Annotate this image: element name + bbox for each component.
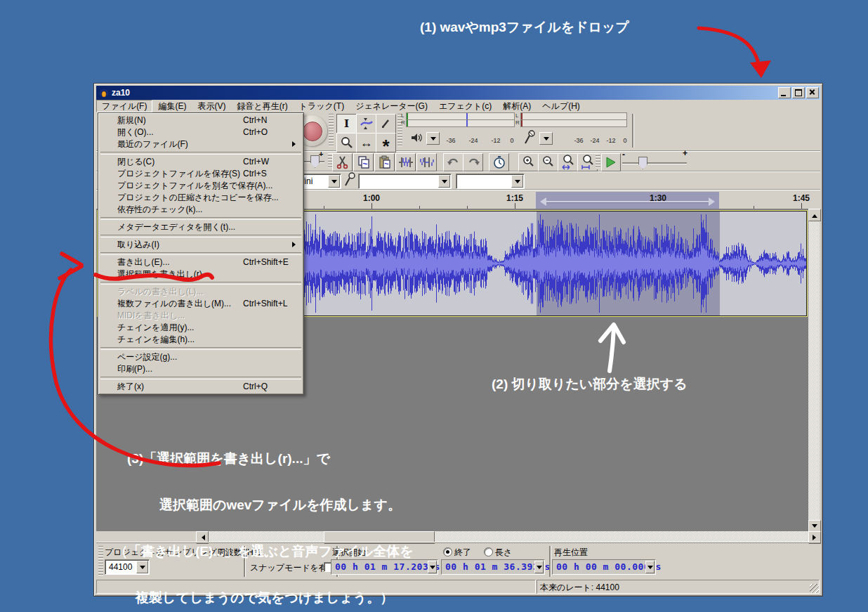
recording-meter-dropdown[interactable] <box>539 132 553 145</box>
timer-button[interactable] <box>489 153 509 171</box>
menu-item[interactable]: 取り込み(I) <box>99 239 303 251</box>
tools-toolbar-grip[interactable] <box>329 114 334 148</box>
menu-separator <box>100 152 301 155</box>
chevron-down-icon[interactable] <box>645 561 655 573</box>
minimize-icon <box>781 95 786 96</box>
menubar-item[interactable]: 表示(V) <box>192 100 231 112</box>
chevron-down-icon[interactable] <box>534 561 544 573</box>
menubar-item[interactable]: ヘルプ(H) <box>537 100 586 112</box>
menu-item[interactable]: 依存性のチェック(k)... <box>99 204 303 216</box>
speed-slider[interactable] <box>622 162 687 164</box>
ruler-selection-region[interactable] <box>536 192 719 209</box>
triangle-down-icon <box>812 524 817 530</box>
menu-item[interactable]: 終了(x)Ctrl+Q <box>99 381 303 393</box>
copy-button[interactable] <box>353 153 374 171</box>
menubar-item[interactable]: エフェクト(c) <box>433 100 497 112</box>
fit-selection-button[interactable] <box>558 153 578 171</box>
menu-item[interactable]: プロジェクトの圧縮されたコピーを保存... <box>99 192 303 204</box>
ruler-time-label: 1:30 <box>650 193 666 203</box>
selection-end-field[interactable]: 00 h 01 m 36.393 s <box>441 559 545 575</box>
menu-item[interactable]: プロジェクトファイルを別名で保存(A)... <box>99 180 303 192</box>
transcription-toolbar-grip[interactable] <box>596 153 600 169</box>
meter-left-label: L <box>515 112 518 119</box>
selection-tool-button[interactable]: I <box>336 114 357 134</box>
menubar-item[interactable]: ジェネレーター(G) <box>350 100 433 112</box>
submenu-arrow-icon <box>292 242 298 247</box>
recording-device-combo[interactable] <box>358 174 452 189</box>
playback-meter-right[interactable] <box>406 119 515 127</box>
draw-tool-button[interactable] <box>376 114 396 134</box>
playback-meter-dropdown[interactable] <box>426 132 440 145</box>
menu-item[interactable]: 複数ファイルの書き出し(M)...Ctrl+Shift+L <box>99 298 303 310</box>
desktop-background: (1) wavやmp3ファイルをドロップ za10 ファイル(F)編集(E)表示… <box>0 0 868 612</box>
menu-item: ラベルの書き出し(L)... <box>99 286 303 298</box>
fit-project-button[interactable] <box>577 153 598 171</box>
close-button[interactable] <box>806 87 819 98</box>
zoom-out-icon <box>541 155 555 169</box>
maximize-icon <box>795 89 802 96</box>
menubar-item[interactable]: 解析(A) <box>497 100 537 112</box>
menu-item[interactable]: チェインを適用(y)... <box>99 322 303 334</box>
record-icon <box>303 122 322 141</box>
menu-item[interactable]: ページ設定(g)... <box>99 351 303 363</box>
menu-item[interactable]: 開く(O)...Ctrl+O <box>99 126 303 138</box>
redo-button[interactable] <box>463 153 483 171</box>
zoom-out-button[interactable] <box>538 153 558 171</box>
end-radio[interactable] <box>443 547 452 556</box>
vertical-scrollbar[interactable] <box>808 209 820 531</box>
menu-item[interactable]: メタデータエディタを開く(t)... <box>99 221 303 233</box>
chevron-down-icon[interactable] <box>428 561 437 573</box>
redo-icon <box>466 157 480 168</box>
meter-scale-label: -24 <box>590 137 599 144</box>
chevron-down-icon[interactable] <box>511 175 523 188</box>
chevron-down-icon[interactable] <box>438 175 450 188</box>
menu-bar: ファイル(F)編集(E)表示(V)録音と再生(r)トラック(T)ジェネレーター(… <box>96 100 820 112</box>
scroll-up-button[interactable] <box>808 209 821 221</box>
chevron-down-icon[interactable] <box>328 175 340 188</box>
recording-channels-combo[interactable] <box>456 174 525 189</box>
menubar-item[interactable]: 編集(E) <box>152 100 192 112</box>
selection-toolbar-grip[interactable] <box>98 546 103 577</box>
selection-left-arrow-icon[interactable] <box>536 197 546 206</box>
menu-item[interactable]: 書き出し(E)...Ctrl+Shift+E <box>99 256 303 268</box>
trim-button[interactable] <box>395 153 416 171</box>
menubar-item[interactable]: トラック(T) <box>294 100 350 112</box>
pencil-icon <box>380 117 393 130</box>
zoom-in-button[interactable] <box>518 153 539 171</box>
menu-item[interactable]: 閉じる(C)Ctrl+W <box>99 156 303 168</box>
minimize-button[interactable] <box>778 87 791 98</box>
resize-grip[interactable] <box>810 584 819 593</box>
audio-host-combo[interactable]: fini <box>298 174 341 189</box>
chevron-down-icon <box>430 137 436 143</box>
playback-position-field[interactable]: 00 h 00 m 00.000 s <box>552 559 656 575</box>
multi-tool-button[interactable]: * <box>376 133 396 152</box>
play-at-speed-button[interactable] <box>601 153 621 171</box>
menubar-item[interactable]: ファイル(F) <box>96 100 152 112</box>
zoom-tool-button[interactable] <box>336 133 357 152</box>
menu-item[interactable]: プロジェクトファイルを保存(S)Ctrl+S <box>99 168 303 180</box>
clock-icon <box>492 155 506 169</box>
cut-button[interactable] <box>332 153 353 171</box>
length-radio[interactable] <box>484 547 493 556</box>
silence-button[interactable] <box>416 153 437 171</box>
menu-item[interactable]: チェインを編集(h)... <box>99 334 303 346</box>
undo-button[interactable] <box>443 153 463 171</box>
menu-item[interactable]: 新規(N)Ctrl+N <box>99 115 303 126</box>
selection-right-arrow-icon[interactable] <box>709 197 719 206</box>
maximize-button[interactable] <box>792 87 805 98</box>
microphone-icon <box>344 172 355 188</box>
menubar-item[interactable]: 録音と再生(r) <box>231 100 293 112</box>
annotation-step3-line: 選択範囲のwevファイルを作成します。 <box>114 497 414 513</box>
annotation-step3: (3)「選択範囲を書き出し(r)...」で 選択範囲のwevファイルを作成します… <box>114 420 414 612</box>
menu-item[interactable]: 選択範囲を書き出し(r)... <box>99 268 303 280</box>
menu-item[interactable]: 印刷(P)... <box>99 363 303 375</box>
envelope-tool-button[interactable] <box>356 114 376 134</box>
title-bar[interactable]: za10 <box>96 86 820 100</box>
chevron-down-icon <box>544 137 549 143</box>
triangle-right-icon <box>813 535 819 540</box>
undo-icon <box>447 157 461 168</box>
paste-button[interactable] <box>374 153 395 171</box>
menu-item[interactable]: 最近のファイル(F) <box>99 138 303 150</box>
timeshift-tool-button[interactable]: ↔ <box>356 133 376 152</box>
recording-meter-right[interactable] <box>520 119 627 127</box>
